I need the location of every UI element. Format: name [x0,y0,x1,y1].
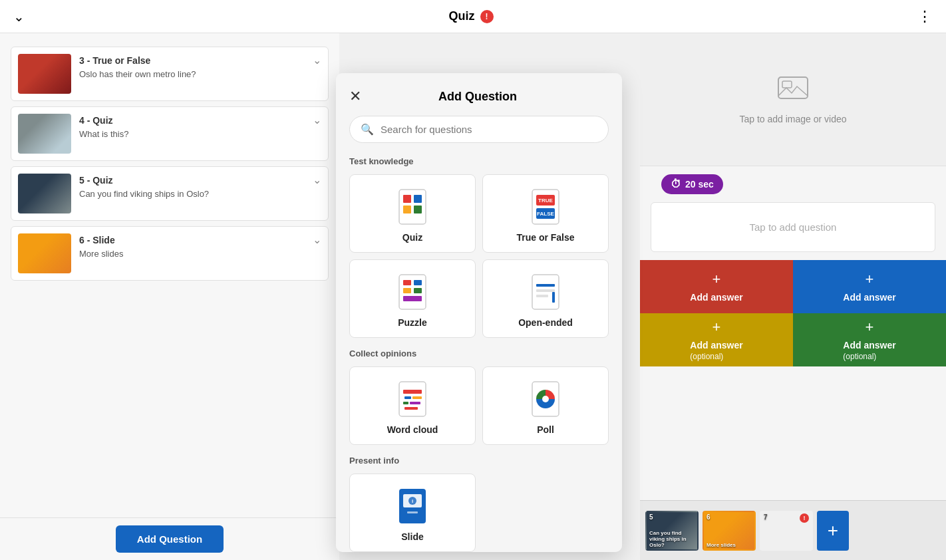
answers-grid: + Add answer + Add answer + Add answer(o… [640,260,946,366]
open-ended-label: Open-ended [518,317,573,328]
top-bar: ⌄ Quiz ! ⋮ [0,0,946,33]
more-menu-icon[interactable]: ⋮ [917,8,933,25]
section-collect-opinions-label: Collect opinions [349,349,609,358]
right-panel: Tap to add image or video ⏱ 20 sec Tap t… [640,33,946,560]
media-icon [777,74,809,107]
svg-rect-15 [403,296,422,301]
media-zone[interactable]: Tap to add image or video [640,33,946,166]
search-input[interactable] [381,124,597,135]
slide-info: 3 - True or False ⌄ Oslo has their own m… [79,54,321,79]
media-label: Tap to add image or video [739,114,846,124]
timer-area: ⏱ 20 sec [640,166,946,202]
add-question-button[interactable]: Add Question [116,525,224,553]
poll-card[interactable]: Poll [482,366,609,445]
slide-item[interactable]: 4 - Quiz ⌄ What is this? [11,106,329,161]
svg-text:FALSE: FALSE [537,211,554,217]
slide-expand-icon[interactable]: ⌄ [313,54,321,67]
timer-badge[interactable]: ⏱ 20 sec [661,174,723,194]
quiz-label: Quiz [402,232,422,243]
svg-rect-35 [407,511,418,513]
chevron-down-icon[interactable]: ⌄ [13,9,25,25]
true-or-false-card[interactable]: TRUE FALSE True or False [482,174,609,253]
slide-icon: i [396,486,428,526]
slide-expand-icon[interactable]: ⌄ [313,233,321,246]
slide-thumbnail [18,54,71,94]
section-present-info-label: Present info [349,456,609,466]
slide-info: 4 - Quiz ⌄ What is this? [79,114,321,139]
slide-item[interactable]: 5 - Quiz ⌄ Can you find viking ships in … [11,166,329,221]
timer-icon: ⏱ [671,178,681,190]
present-info-grid: i Slide [349,474,609,552]
filmstrip-slide-6[interactable]: 6 More slides [703,511,756,551]
puzzle-label: Puzzle [398,317,427,328]
slide-thumbnail [18,174,71,213]
filmstrip-slide-7[interactable]: 7 ! [760,511,813,551]
filmstrip-slide-label: Can you find viking ships in Oslo? [649,530,695,548]
quiz-icon [396,187,428,227]
open-ended-icon [530,272,561,312]
error-badge: ! [480,10,494,23]
svg-text:i: i [412,498,413,504]
test-knowledge-grid: Quiz TRUE FALSE True or False [349,174,609,338]
svg-rect-26 [410,402,420,404]
svg-rect-2 [414,195,422,203]
add-slide-button[interactable]: + [817,511,849,551]
true-or-false-label: True or False [516,232,574,243]
answer-cell-2[interactable]: + Add answer [793,260,946,313]
answer-cell-1[interactable]: + Add answer [640,260,793,313]
slide-info: 5 - Quiz ⌄ Can you find viking ships in … [79,174,321,199]
search-icon: 🔍 [361,123,374,136]
poll-label: Poll [537,424,554,435]
plus-icon: + [866,271,874,288]
close-button[interactable]: ✕ [349,89,361,104]
answer-label-4: Add answer(optional) [843,340,895,361]
filmstrip-num: 5 [649,513,653,521]
add-question-modal: ✕ Add Question 🔍 Test knowledge Quiz [336,73,622,552]
word-cloud-label: Word cloud [387,424,438,435]
quiz-card[interactable]: Quiz [349,174,476,253]
answer-cell-3[interactable]: + Add answer(optional) [640,313,793,366]
slide-question: More slides [79,249,321,259]
modal-header: ✕ Add Question [349,89,609,104]
svg-rect-12 [414,280,422,285]
filmstrip: 5 Can you find viking ships in Oslo? 6 M… [640,500,946,560]
svg-rect-24 [412,396,422,399]
slide-header: 3 - True or False ⌄ [79,54,321,67]
slide-card[interactable]: i Slide [349,474,476,552]
svg-rect-3 [403,206,411,213]
top-bar-center: Quiz ! [449,9,494,23]
slide-item[interactable]: 3 - True or False ⌄ Oslo has their own m… [11,47,329,101]
page-title: Quiz [449,9,475,23]
slide-question: Oslo has their own metro line? [79,69,321,79]
svg-rect-5 [532,190,559,224]
svg-text:TRUE: TRUE [538,198,553,204]
slide-item[interactable]: 6 - Slide ⌄ More slides [11,226,329,281]
slide-type-label: 6 - Slide [79,235,115,245]
filmstrip-error-badge: ! [800,513,809,523]
filmstrip-slide-label: More slides [707,542,752,548]
modal-title: Add Question [361,90,594,104]
svg-rect-37 [782,81,792,88]
filmstrip-slide-5[interactable]: 5 Can you find viking ships in Oslo? [645,511,699,551]
answer-cell-4[interactable]: + Add answer(optional) [793,313,946,366]
svg-rect-11 [403,280,411,285]
answer-label-1: Add answer [690,292,742,303]
slide-type-label: 4 - Quiz [79,115,113,126]
answer-label-2: Add answer [843,292,895,303]
slide-expand-icon[interactable]: ⌄ [313,174,321,186]
slide-header: 6 - Slide ⌄ [79,233,321,246]
puzzle-card[interactable]: Puzzle [349,259,476,338]
collect-opinions-grid: Word cloud Poll [349,366,609,445]
word-cloud-card[interactable]: Word cloud [349,366,476,445]
question-placeholder[interactable]: Tap to add question [651,202,935,252]
slide-expand-icon[interactable]: ⌄ [313,114,321,126]
answer-label-3: Add answer(optional) [690,340,742,361]
svg-rect-18 [536,289,555,292]
svg-rect-17 [536,284,555,287]
puzzle-icon [396,272,428,312]
svg-rect-23 [404,396,411,399]
svg-point-30 [542,396,549,402]
open-ended-card[interactable]: Open-ended [482,259,609,338]
slide-type-label: 5 - Quiz [79,175,113,186]
svg-rect-27 [404,407,418,410]
